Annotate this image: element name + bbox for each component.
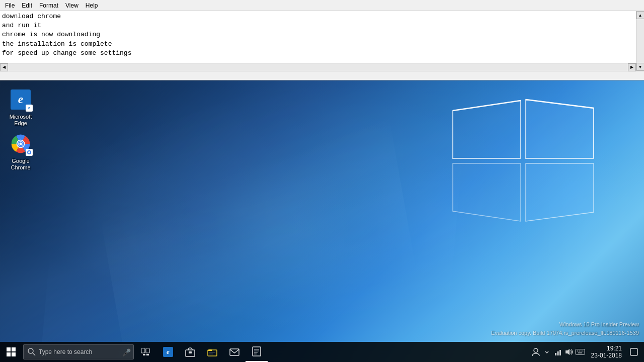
menu-help[interactable]: Help [83,2,101,10]
svg-rect-54 [630,348,637,355]
desktop-icon-chrome[interactable]: Google Chrome [3,130,39,173]
svg-rect-37 [230,349,239,355]
edge-icon-label: Microsoft Edge [5,114,37,127]
windows-logo [443,80,604,241]
svg-rect-46 [559,350,561,355]
tray-volume-icon[interactable] [564,347,574,357]
edge-badge-svg: e [27,106,32,111]
task-view-icon [141,348,150,355]
menu-view[interactable]: View [62,2,82,10]
taskbar-mail-button[interactable] [223,342,246,362]
svg-rect-44 [555,353,556,355]
tray-expand-icon[interactable] [542,347,552,357]
svg-marker-1 [526,100,594,158]
notepad-scrollbar-horizontal[interactable]: ◀ ▶ [0,63,636,71]
notepad-content-area: download chrome and run it chrome is now… [0,11,644,71]
volume-icon-svg [565,348,573,356]
windows-logo-svg [443,80,604,241]
svg-marker-3 [526,163,594,221]
svg-point-43 [534,348,538,352]
svg-text:e: e [18,93,23,106]
menu-edit[interactable]: Edit [19,2,35,10]
hscroll-track[interactable] [8,63,628,71]
svg-text:e: e [167,348,170,355]
taskbar-notepad-icon [252,346,262,356]
svg-rect-20 [7,347,11,351]
menu-file[interactable]: File [2,2,18,10]
svg-marker-47 [566,349,570,355]
svg-rect-27 [146,348,149,353]
notification-center-button[interactable] [626,342,642,362]
hscroll-arrow-right[interactable]: ▶ [628,63,636,71]
taskbar: Type here to search 🎤 e [0,342,644,362]
chrome-icon-label: Google Chrome [5,158,37,171]
notepad-menubar: File Edit Format View Help [0,0,644,11]
taskbar-search[interactable]: Type here to search 🎤 [23,344,134,359]
chrome-badge-svg [27,150,32,155]
chrome-icon-image [9,132,33,156]
microphone-icon[interactable]: 🎤 [122,348,129,355]
people-icon-svg [531,347,540,356]
network-icon-svg [554,348,562,356]
svg-line-6 [453,101,521,111]
svg-rect-22 [7,352,11,356]
eval-line1: Windows 10 Pro Insider Preview [491,320,639,329]
taskbar-notepad-button[interactable] [246,342,268,362]
search-icon [28,348,36,356]
notification-icon [630,348,638,356]
svg-line-25 [33,353,35,355]
desktop: File Edit Format View Help download chro… [0,0,644,362]
taskbar-right-area: 19:21 23-01-2018 [529,342,644,362]
eval-line2: Evaluation copy. Build 17074.rs_prerelea… [491,329,639,337]
taskbar-edge-button[interactable]: e [157,342,179,362]
hscroll-arrow-left[interactable]: ◀ [0,63,8,71]
taskbar-explorer-button[interactable] [201,342,223,362]
svg-rect-28 [143,354,145,355]
svg-rect-29 [146,354,149,355]
desktop-icon-edge[interactable]: e e Microsoft Edge [3,85,39,129]
expand-icon-svg [544,349,549,354]
start-button[interactable] [0,342,22,362]
svg-point-24 [28,348,33,353]
taskbar-store-button[interactable] [179,342,201,362]
notepad-textarea[interactable]: download chrome and run it chrome is now… [0,11,636,71]
light-ray-2 [40,114,463,342]
clock[interactable]: 19:21 23-01-2018 [587,342,626,362]
notepad-scrollbar-vertical[interactable]: ▲ ▼ [636,11,644,71]
svg-rect-33 [189,351,192,353]
light-ray-1 [72,80,431,342]
svg-point-16 [20,143,22,145]
tray-keyboard-icon[interactable] [575,347,585,357]
edge-icon-badge: e [26,105,33,112]
clock-date: 23-01-2018 [591,352,622,359]
notepad-window: File Edit Format View Help download chro… [0,0,644,80]
tray-network-icon[interactable] [553,347,563,357]
svg-rect-23 [12,352,16,356]
scroll-arrow-down[interactable]: ▼ [636,63,645,71]
taskbar-explorer-icon [207,347,217,357]
scroll-track-v[interactable] [636,19,644,63]
svg-rect-26 [141,348,145,353]
notepad-statusbar [0,71,644,80]
clock-time: 19:21 [607,345,622,352]
svg-rect-48 [576,349,585,355]
chrome-icon-badge [26,149,33,156]
tray-people-icon[interactable] [531,347,541,357]
taskbar-edge-icon: e [163,347,173,357]
svg-rect-38 [253,347,261,356]
svg-marker-2 [453,163,521,221]
taskbar-store-icon [185,347,195,357]
system-tray [529,342,587,362]
keyboard-icon-svg [575,348,585,356]
svg-text:e: e [28,106,30,110]
svg-point-19 [28,151,30,153]
taskbar-mail-icon [229,347,239,357]
scroll-arrow-up[interactable]: ▲ [636,11,645,19]
start-icon [7,347,16,356]
eval-text: Windows 10 Pro Insider Preview Evaluatio… [491,320,639,337]
svg-rect-45 [557,351,558,355]
search-placeholder-text: Type here to search [39,348,120,355]
menu-format[interactable]: Format [36,2,61,10]
edge-icon-image: e e [9,87,33,112]
task-view-button[interactable] [135,342,157,362]
